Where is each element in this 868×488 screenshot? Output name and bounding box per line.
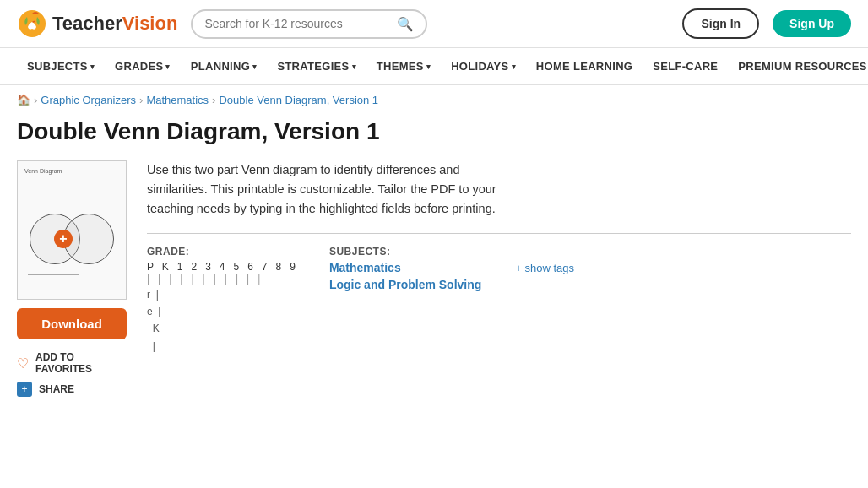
chevron-down-icon: ▾ <box>426 62 431 71</box>
chevron-down-icon: ▾ <box>165 62 170 71</box>
signin-button[interactable]: Sign In <box>682 8 759 39</box>
nav-themes[interactable]: THEMES ▾ <box>366 48 441 84</box>
page-title: Double Venn Diagram, Version 1 <box>17 118 851 145</box>
resource-section: Venn Diagram + Download ♡ ADD TO FAVORIT… <box>17 160 851 404</box>
nav-strategies[interactable]: STRATEGIES ▾ <box>267 48 366 84</box>
subjects-list: Mathematics Logic and Problem Solving <box>329 261 481 291</box>
subject-logic[interactable]: Logic and Problem Solving <box>329 278 481 291</box>
search-bar: 🔍 <box>191 9 427 39</box>
search-input[interactable] <box>204 17 390 30</box>
search-button[interactable]: 🔍 <box>397 16 414 32</box>
nav-grades[interactable]: GRADES ▾ <box>105 48 181 84</box>
subjects-section: SUBJECTS: Mathematics Logic and Problem … <box>329 246 481 355</box>
resource-description: Use this two part Venn diagram to identi… <box>147 160 510 220</box>
breadcrumb-graphic-organizers[interactable]: Graphic Organizers <box>41 94 136 106</box>
grade-extra-rows: r | e | K | <box>147 286 296 355</box>
nav-holidays[interactable]: HOLIDAYS ▾ <box>441 48 526 84</box>
download-button[interactable]: Download <box>17 308 127 339</box>
plus-square-icon: + <box>17 382 32 397</box>
breadcrumb: 🏠 › Graphic Organizers › Mathematics › D… <box>0 85 868 110</box>
thumb-line <box>28 274 79 275</box>
add-to-favorites-button[interactable]: ♡ ADD TO FAVORITES <box>17 351 127 375</box>
nav-premium[interactable]: PREMIUM RESOURCES <box>728 48 868 84</box>
share-button[interactable]: + SHARE <box>17 382 127 397</box>
info-divider <box>147 233 851 234</box>
subjects-label: SUBJECTS: <box>329 246 481 258</box>
nav-subjects[interactable]: SUBJECTS ▾ <box>17 48 105 84</box>
thumb-title-text: Venn Diagram <box>24 168 62 174</box>
header: TeacherVision 🔍 Sign In Sign Up <box>0 0 868 48</box>
chevron-down-icon: ▾ <box>252 62 257 71</box>
logo[interactable]: TeacherVision <box>17 8 177 39</box>
show-tags-button[interactable]: + show tags <box>515 262 574 274</box>
signup-button[interactable]: Sign Up <box>773 10 851 37</box>
favorites-label: ADD TO FAVORITES <box>35 351 127 375</box>
resource-info: Use this two part Venn diagram to identi… <box>147 160 851 365</box>
home-icon: 🏠 <box>17 94 30 106</box>
subject-mathematics[interactable]: Mathematics <box>329 261 481 274</box>
nav-self-care[interactable]: SELF-CARE <box>643 48 728 84</box>
resource-thumbnail: Venn Diagram + <box>17 160 127 300</box>
breadcrumb-mathematics[interactable]: Mathematics <box>146 94 209 106</box>
chevron-down-icon: ▾ <box>352 62 356 71</box>
expand-button[interactable]: + <box>54 230 73 248</box>
meta-row: GRADE: P K 1 2 3 4 5 6 7 8 9 | | | | | |… <box>147 246 851 355</box>
grade-label: GRADE: <box>147 246 296 258</box>
breadcrumb-current[interactable]: Double Venn Diagram, Version 1 <box>219 94 378 106</box>
chevron-down-icon: ▾ <box>90 62 95 71</box>
share-label: SHARE <box>39 383 74 395</box>
nav-home-learning[interactable]: HOME LEARNING <box>526 48 643 84</box>
chevron-down-icon: ▾ <box>512 62 516 71</box>
grade-section: GRADE: P K 1 2 3 4 5 6 7 8 9 | | | | | |… <box>147 246 296 355</box>
show-tags-section: + show tags <box>515 246 574 274</box>
grade-levels: P K 1 2 3 4 5 6 7 8 9 | | | | | | | | | … <box>147 261 296 355</box>
grade-row-values: P K 1 2 3 4 5 6 7 8 9 <box>147 261 296 273</box>
main-content: Double Venn Diagram, Version 1 Venn Diag… <box>0 110 868 420</box>
grade-row-dividers: | | | | | | | | | | | <box>147 273 296 285</box>
logo-text: TeacherVision <box>52 13 177 35</box>
heart-icon: ♡ <box>17 355 29 371</box>
thumbnail-wrap: Venn Diagram + Download ♡ ADD TO FAVORIT… <box>17 160 127 404</box>
nav-planning[interactable]: PLANNING ▾ <box>181 48 268 84</box>
main-nav: SUBJECTS ▾ GRADES ▾ PLANNING ▾ STRATEGIE… <box>0 48 868 85</box>
logo-icon <box>17 8 47 39</box>
